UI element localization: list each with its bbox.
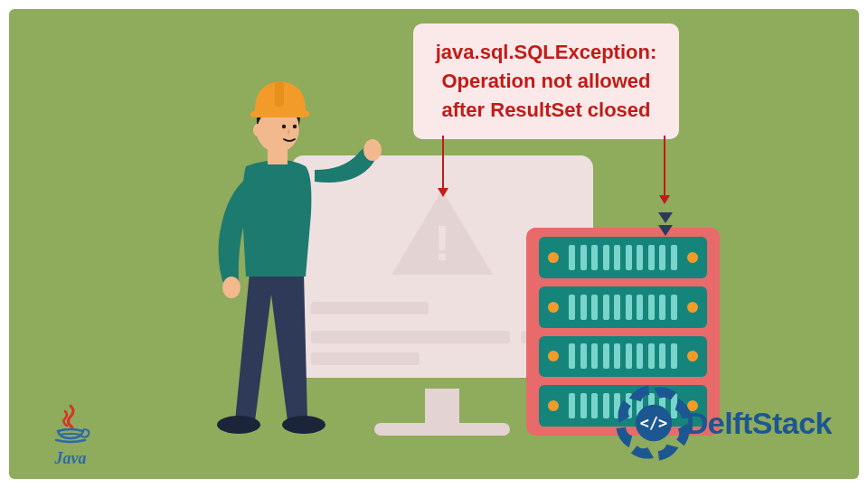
- callout-pointer-to-server: [664, 136, 665, 197]
- server-rack-unit: [539, 286, 707, 328]
- java-logo: Java: [40, 402, 101, 468]
- error-message-callout: java.sql.SQLException: Operation not all…: [413, 23, 679, 139]
- status-light-icon: [687, 252, 698, 263]
- svg-point-3: [222, 277, 241, 298]
- warning-exclamation: !: [434, 213, 451, 272]
- status-light-icon: [548, 252, 559, 263]
- svg-rect-7: [275, 81, 284, 107]
- svg-point-9: [293, 125, 297, 128]
- server-rack-unit: [539, 336, 707, 378]
- callout-line: after ResultSet closed: [426, 96, 666, 125]
- status-light-icon: [687, 302, 698, 313]
- engineer-illustration: [170, 60, 387, 439]
- svg-point-0: [363, 139, 382, 161]
- svg-point-8: [282, 125, 286, 128]
- monitor-neck: [425, 389, 459, 425]
- delftstack-logo: </> DelftStack: [616, 385, 832, 461]
- delftstack-wordmark: DelftStack: [686, 406, 832, 441]
- java-cup-icon: [49, 402, 92, 446]
- svg-point-1: [217, 416, 260, 434]
- delftstack-emblem-icon: </>: [616, 385, 692, 461]
- status-light-icon: [548, 351, 559, 361]
- status-light-icon: [548, 400, 559, 411]
- callout-line: java.sql.SQLException:: [426, 38, 666, 67]
- java-wordmark: Java: [40, 449, 101, 468]
- callout-line: Operation not allowed: [426, 67, 666, 96]
- svg-point-6: [253, 124, 262, 136]
- callout-pointer-to-monitor: [442, 136, 444, 190]
- status-light-icon: [687, 351, 698, 361]
- down-arrows-icon: [658, 212, 673, 238]
- svg-text:</>: </>: [640, 414, 667, 432]
- server-rack-unit: [539, 237, 707, 278]
- status-light-icon: [548, 302, 559, 313]
- monitor-base: [374, 423, 510, 436]
- svg-point-2: [282, 416, 326, 434]
- illustration-canvas: !: [9, 9, 859, 479]
